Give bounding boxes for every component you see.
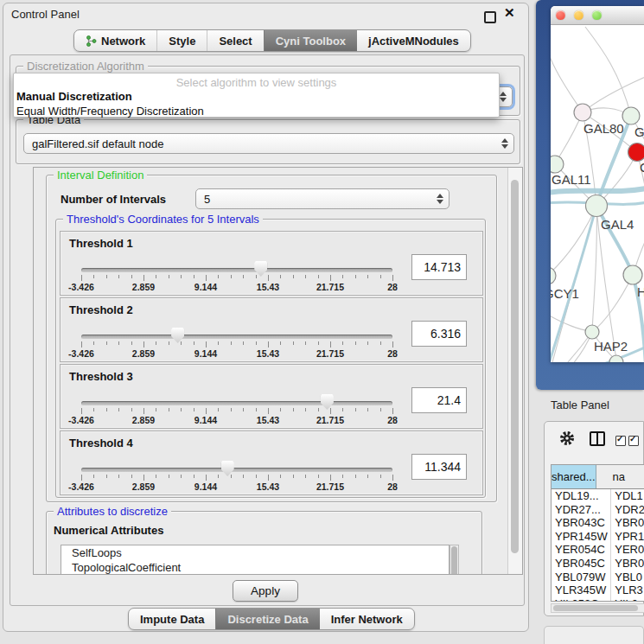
slider-tick: [392, 408, 393, 414]
threshold-value-field[interactable]: 14.713: [411, 254, 467, 280]
slider-tick-label: -3.426: [55, 415, 107, 425]
network-edge-thick[interactable]: [551, 187, 644, 194]
threshold-value-field[interactable]: 6.316: [411, 321, 467, 347]
column-header-shared-name[interactable]: shared...: [552, 465, 596, 488]
tab-style[interactable]: Style: [156, 30, 207, 51]
group-title: Discretization Algorithm: [23, 60, 148, 73]
slider-tick-label: -3.426: [55, 282, 107, 292]
threshold-value-field[interactable]: 11.344: [411, 454, 467, 480]
attribute-list-item[interactable]: TopologicalCoefficient: [61, 560, 449, 575]
slider-tick: [131, 275, 132, 278]
network-node[interactable]: [586, 195, 608, 217]
slider-tick: [194, 275, 194, 278]
slider-tick: [355, 275, 356, 278]
tab-cyni-toolbox[interactable]: Cyni Toolbox: [264, 30, 357, 51]
network-edge[interactable]: [585, 27, 631, 116]
network-node[interactable]: [551, 267, 556, 284]
network-node[interactable]: [585, 325, 599, 339]
table-data-combobox[interactable]: galFiltered.sif default node: [23, 133, 514, 154]
control-panel-tabs: Network Style Select Cyni Toolbox jActiv…: [73, 29, 471, 52]
table-row[interactable]: YBL079WYBL0: [552, 571, 644, 584]
dropdown-option-manual[interactable]: Manual Discretization: [14, 89, 499, 104]
attribute-list-scrollbar[interactable]: [450, 545, 459, 575]
slider-track[interactable]: [81, 335, 392, 339]
gear-icon[interactable]: [558, 430, 576, 447]
slider-tick-label: 28: [367, 348, 418, 359]
tab-network[interactable]: Network: [74, 30, 156, 51]
tab-infer-network[interactable]: Infer Network: [320, 609, 414, 629]
threshold-label: Threshold 3: [69, 370, 133, 383]
network-edge-thick[interactable]: [596, 206, 633, 275]
slider-track[interactable]: [81, 268, 392, 272]
close-traffic-light[interactable]: [556, 10, 565, 20]
split-panel-icon[interactable]: [590, 431, 605, 446]
slider-tick: [330, 475, 331, 481]
network-edge[interactable]: [592, 206, 596, 332]
cyni-bottom-tabs: Impute Data Discretize Data Infer Networ…: [128, 608, 415, 630]
checkbox-icon[interactable]: [628, 436, 639, 446]
attribute-list-item[interactable]: SelfLoops: [61, 545, 449, 560]
network-node-label: GCY1: [551, 286, 579, 301]
number-of-intervals-label: Number of Intervals: [61, 193, 166, 206]
minimize-traffic-light[interactable]: [574, 10, 583, 20]
slider-tick: [280, 275, 281, 278]
slider-tick: [268, 275, 269, 281]
number-of-intervals-combobox[interactable]: 5: [195, 188, 450, 209]
table-row[interactable]: YBR043CYBR0: [552, 516, 644, 530]
number-of-intervals-value: 5: [204, 193, 210, 206]
slider-tick: [181, 475, 182, 478]
table-row[interactable]: YER054CYER0: [552, 543, 644, 557]
checkbox-icon[interactable]: [615, 436, 626, 446]
network-view-window: GAL80GCGAL11GAL4GCY1HHAP2: [536, 0, 644, 390]
close-icon[interactable]: ✕: [504, 5, 515, 21]
network-edge[interactable]: [583, 75, 644, 112]
table-row[interactable]: YBR045CYBR0: [552, 557, 644, 571]
node-attribute-table: shared... na YDL19...YDL1YDR27...YDR2YBR…: [551, 464, 644, 602]
network-node[interactable]: [551, 156, 564, 173]
apply-button[interactable]: Apply: [233, 580, 298, 602]
slider-tick: [367, 275, 368, 278]
attributes-group: Attributes to discretize Numerical Attri…: [46, 511, 482, 575]
table-row[interactable]: YPR145WYPR1: [552, 530, 644, 544]
network-edge[interactable]: [551, 38, 583, 112]
table-row[interactable]: YIL052CYIL0: [552, 597, 644, 602]
slider-track[interactable]: [81, 468, 392, 472]
zoom-traffic-light[interactable]: [592, 10, 602, 20]
tab-label: Cyni Toolbox: [276, 35, 346, 48]
table-horizontal-scrollbar[interactable]: [551, 603, 644, 613]
slider-tick-label: 15.43: [242, 481, 294, 492]
network-canvas[interactable]: GAL80GCGAL11GAL4GCY1HHAP2: [551, 25, 644, 362]
thresholds-group: Threshold's Coordinates for 5 Intervals …: [55, 219, 486, 498]
slider-track[interactable]: [81, 401, 392, 405]
threshold-3-panel: Threshold 3 -3.4262.8599.14415.4321.7152…: [60, 364, 483, 429]
settings-vertical-scrollbar[interactable]: [507, 168, 522, 574]
network-node[interactable]: [628, 143, 644, 162]
threshold-value-field[interactable]: 21.4: [411, 387, 467, 413]
tab-discretize-data[interactable]: Discretize Data: [215, 609, 319, 629]
column-header-name[interactable]: na: [596, 465, 644, 488]
network-node[interactable]: [623, 265, 642, 284]
tab-select[interactable]: Select: [207, 30, 263, 51]
slider-tick: [143, 408, 144, 414]
network-edge[interactable]: [592, 275, 633, 332]
network-node[interactable]: [622, 107, 640, 124]
slider-tick: [118, 341, 119, 345]
slider-tick: [330, 275, 331, 281]
tab-jactivemnodules[interactable]: jActiveMNodules: [357, 30, 470, 51]
combo-stepper-icon: [501, 134, 508, 153]
table-row[interactable]: YDR27...YDR2: [552, 503, 644, 517]
table-row[interactable]: YLR345WYLR3: [552, 583, 644, 597]
dropdown-option-equal-width[interactable]: Equal Width/Frequency Discretization: [14, 104, 499, 118]
slider-tick: [143, 341, 144, 348]
table-row[interactable]: YDL19...YDL1: [552, 489, 644, 503]
slider-tick: [169, 341, 169, 345]
threshold-1-panel: Threshold 1 -3.4262.8599.14415.4321.7152…: [60, 231, 483, 296]
slider-tick: [218, 275, 219, 278]
network-node[interactable]: [574, 104, 591, 121]
network-edge[interactable]: [551, 206, 596, 276]
tab-impute-data[interactable]: Impute Data: [129, 609, 215, 629]
network-window-titlebar[interactable]: [551, 6, 644, 25]
slider-tick: [156, 341, 156, 345]
slider-tick: [156, 475, 156, 478]
float-window-icon[interactable]: [484, 11, 496, 23]
